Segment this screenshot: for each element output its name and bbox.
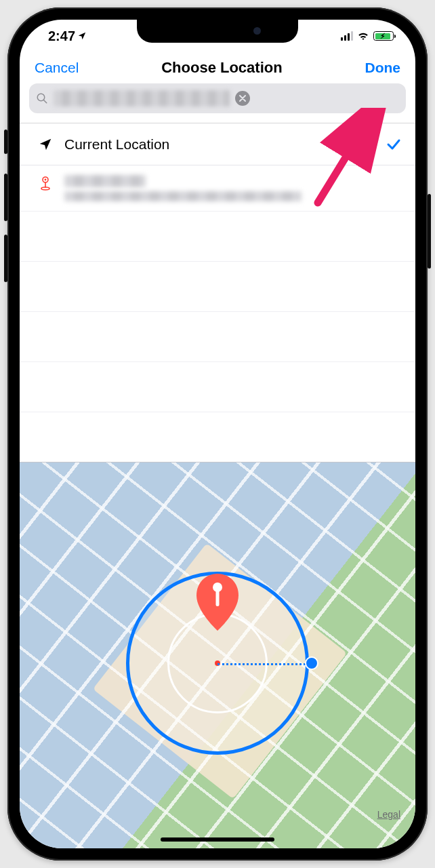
cellular-signal-icon — [341, 31, 354, 41]
nav-header: Cancel Choose Location Done — [20, 52, 415, 83]
done-button[interactable]: Done — [365, 60, 400, 76]
battery-icon: ⚡︎ — [373, 31, 394, 41]
geofence-radius-handle[interactable] — [305, 656, 318, 670]
svg-point-5 — [41, 187, 49, 190]
wifi-icon — [357, 31, 369, 41]
svg-rect-7 — [216, 590, 220, 606]
address-title-redacted — [64, 175, 146, 187]
status-time: 2:47 — [48, 28, 75, 44]
current-location-row[interactable]: Current Location — [20, 123, 415, 165]
map-legal-link[interactable]: Legal — [377, 809, 400, 820]
clear-search-button[interactable] — [235, 91, 250, 106]
svg-point-3 — [45, 179, 47, 181]
search-icon — [36, 92, 48, 104]
device-notch — [137, 20, 298, 43]
page-title: Choose Location — [161, 59, 282, 77]
map-pin-icon — [37, 175, 54, 191]
current-location-label: Current Location — [64, 136, 383, 153]
location-services-icon — [77, 31, 87, 41]
empty-list-area — [20, 211, 415, 462]
svg-line-1 — [43, 100, 47, 103]
map-preview[interactable]: Legal — [20, 462, 415, 848]
home-indicator[interactable] — [161, 837, 274, 842]
search-field[interactable] — [29, 83, 406, 113]
address-subtitle-redacted — [64, 191, 302, 201]
cancel-button[interactable]: Cancel — [35, 60, 79, 76]
map-pin-marker[interactable] — [192, 571, 243, 636]
location-list: Current Location — [20, 123, 415, 462]
checkmark-icon — [386, 136, 402, 153]
search-input-redacted[interactable] — [54, 90, 230, 106]
address-row[interactable] — [20, 165, 415, 211]
location-arrow-icon — [38, 137, 53, 152]
